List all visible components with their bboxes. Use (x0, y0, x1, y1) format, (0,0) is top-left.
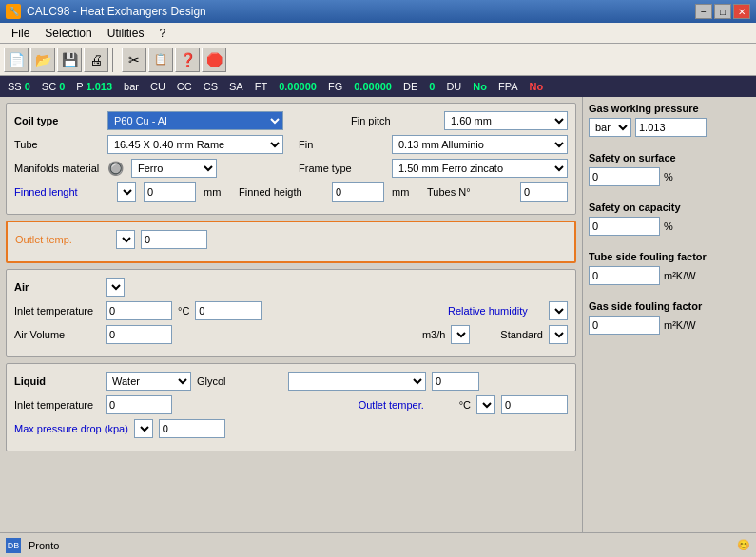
glycol-label: Glycol (197, 375, 282, 387)
app-icon: 🔧 (6, 4, 21, 19)
outlet-temp-liq-dropdown[interactable]: ▼ (476, 395, 495, 414)
safety-capacity-unit: % (664, 221, 673, 232)
toolbar-print[interactable]: 🖨 (84, 48, 108, 72)
inlet-temp-liq-input[interactable] (106, 395, 172, 414)
air-volume-input[interactable] (106, 325, 172, 344)
gas-pressure-group: Gas working pressure bar kPa (589, 103, 750, 137)
liquid-section: Liquid Water Glycol Glycol Inlet tempera… (6, 363, 576, 451)
safety-surface-input[interactable] (589, 167, 660, 186)
fin-pitch-select[interactable]: 1.60 mm 1.80 mm (444, 111, 568, 130)
menu-file[interactable]: File (4, 25, 37, 42)
tube-fouling-label: Tube side fouling factor (589, 251, 750, 262)
toolbar-open[interactable]: 📂 (30, 48, 55, 72)
menu-utilities[interactable]: Utilities (100, 25, 152, 42)
max-pressure-input[interactable] (159, 419, 225, 438)
finned-length-unit: mm (204, 186, 221, 198)
finned-height-input[interactable] (332, 182, 384, 202)
status-p: P 1.013 (76, 81, 112, 92)
tube-fouling-unit: m²K/W (664, 270, 696, 281)
tubes-no-label: Tubes N° (427, 186, 513, 198)
toolbar-save[interactable]: 💾 (57, 48, 82, 72)
tube-label: Tube (14, 139, 100, 150)
gas-fouling-group: Gas side fouling factor m²K/W (589, 300, 750, 335)
tube-fouling-input[interactable] (589, 266, 660, 285)
toolbar: 📄 📂 💾 🖨 ✂ 📋 ❓ 🛑 (0, 44, 756, 76)
gas-pressure-input[interactable] (635, 118, 707, 137)
outlet-temp-input[interactable] (141, 230, 207, 249)
toolbar-help[interactable]: ❓ (175, 48, 200, 72)
air-volume-unit-dropdown[interactable]: ▼ (451, 325, 470, 344)
status-du: DU (446, 81, 461, 92)
toolbar-new[interactable]: 📄 (4, 48, 29, 72)
gas-fouling-row: m²K/W (589, 316, 750, 335)
inlet-temp-air-label: Inlet temperature (14, 305, 100, 317)
frame-type-select[interactable]: 1.50 mm Ferro zincato (392, 159, 568, 178)
coil-section: Coil type P60 Cu - Al Fin pitch 1.60 mm … (6, 103, 576, 215)
rel-humidity-dropdown[interactable]: ▼ (549, 301, 568, 320)
air-section: Air ▼ Inlet temperature °C Relative humi… (6, 269, 576, 357)
gas-pressure-label: Gas working pressure (589, 103, 750, 114)
dimensions-row: Finned lenght ▼ mm Finned heigth mm Tube… (14, 182, 568, 202)
minimize-button[interactable]: − (695, 4, 712, 19)
liquid-type-select[interactable]: Water Glycol (106, 372, 191, 391)
safety-surface-group: Safety on surface % (589, 152, 750, 186)
safety-capacity-input[interactable] (589, 217, 660, 236)
max-pressure-label[interactable]: Max pressure drop (kpa) (14, 423, 128, 434)
status-ft: FT (255, 81, 267, 92)
standard-label: Standard (500, 329, 543, 340)
status-du-val: No (473, 81, 487, 92)
gas-fouling-input[interactable] (589, 316, 660, 335)
status-ss: SS 0 (8, 81, 30, 92)
inlet-temp-air-input2[interactable] (195, 301, 262, 320)
menu-selection[interactable]: Selection (37, 25, 99, 42)
right-panel: Gas working pressure bar kPa Safety on s… (582, 97, 756, 532)
safety-surface-label: Safety on surface (589, 152, 750, 163)
outlet-temp-liq-label[interactable]: Outlet temper. (359, 399, 454, 411)
maximize-button[interactable]: □ (714, 4, 731, 19)
safety-capacity-group: Safety on capacity % (589, 202, 750, 236)
max-pressure-dropdown[interactable]: ▼ (134, 419, 153, 438)
menu-bar: File Selection Utilities ? (0, 23, 756, 44)
toolbar-cut[interactable]: ✂ (122, 48, 146, 72)
toolbar-paste[interactable]: 📋 (148, 48, 173, 72)
status-bar-top: SS 0 SC 0 P 1.013 bar CU CC CS SA FT 0.0… (0, 76, 756, 97)
tubes-no-input[interactable] (520, 182, 568, 202)
finned-length-dropdown[interactable]: ▼ (117, 182, 136, 202)
glycol-select[interactable] (288, 372, 426, 391)
air-dropdown[interactable]: ▼ (106, 278, 125, 297)
standard-dropdown[interactable]: ▼ (549, 325, 568, 344)
status-cu: CU (150, 81, 165, 92)
air-header-row: Air ▼ (14, 278, 568, 297)
menu-help[interactable]: ? (151, 25, 173, 42)
outlet-temp-label: Outlet temp. (15, 234, 110, 245)
manifolds-icon[interactable]: 🔘 (107, 161, 124, 176)
toolbar-stop[interactable]: 🛑 (202, 48, 226, 72)
status-de: DE (403, 81, 417, 92)
fin-pitch-label: Fin pitch (351, 115, 436, 126)
safety-capacity-label: Safety on capacity (589, 202, 750, 213)
inlet-temp-air-row: Inlet temperature °C Relative humidity ▼ (14, 301, 568, 320)
air-volume-row: Air Volume m3/h ▼ Standard ▼ (14, 325, 568, 344)
safety-capacity-row: % (589, 217, 750, 236)
glycol-conc-input[interactable] (432, 372, 479, 391)
window-controls: − □ ✕ (695, 4, 750, 19)
safety-surface-row: % (589, 167, 750, 186)
outlet-temp-dropdown[interactable]: ▼ (116, 230, 135, 249)
gas-pressure-unit-select[interactable]: bar kPa (589, 118, 631, 137)
outlet-temp-liq-unit: °C (459, 399, 471, 411)
close-button[interactable]: ✕ (733, 4, 750, 19)
status-emoji: 😊 (737, 539, 750, 551)
inlet-temp-liq-row: Inlet temperature Outlet temper. °C ▼ (14, 395, 568, 414)
status-bar-unit: bar (124, 81, 139, 92)
finned-length-label[interactable]: Finned lenght (14, 186, 109, 198)
tube-select[interactable]: 16.45 X 0.40 mm Rame (107, 135, 283, 154)
manifolds-select[interactable]: Ferro Rame (131, 159, 217, 178)
rel-humidity-label[interactable]: Relative humidity (448, 305, 543, 317)
tube-fouling-group: Tube side fouling factor m²K/W (589, 251, 750, 285)
outlet-temp-liq-input[interactable] (501, 395, 568, 414)
fin-select[interactable]: 0.13 mm Alluminio (392, 135, 568, 154)
inlet-temp-air-input1[interactable] (106, 301, 172, 320)
coil-type-select[interactable]: P60 Cu - Al (107, 111, 283, 130)
status-pronto: Pronto (29, 540, 59, 551)
finned-length-input[interactable] (144, 182, 196, 202)
